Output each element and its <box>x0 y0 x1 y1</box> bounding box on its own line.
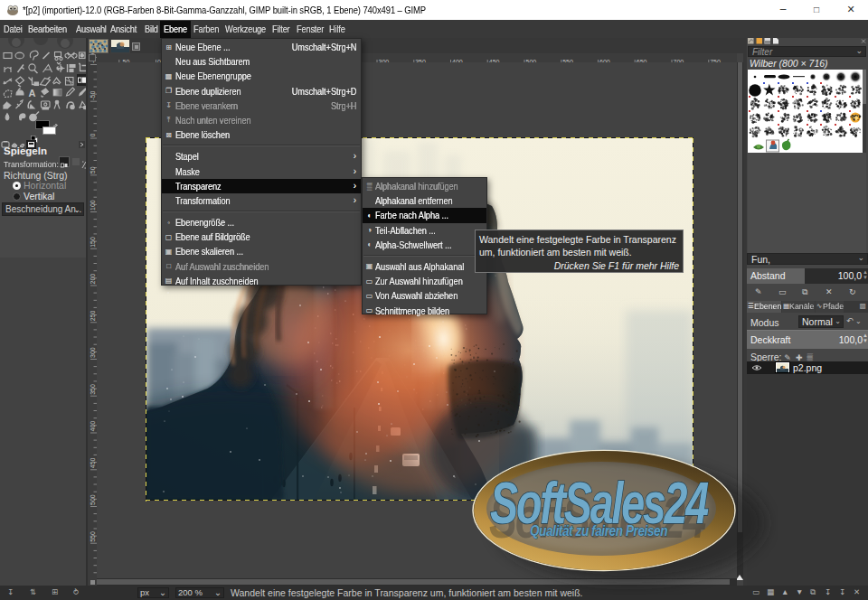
svg-text:-50: -50 <box>90 91 96 100</box>
svg-text:Qualität zu fairen Preisen: Qualität zu fairen Preisen <box>530 522 667 539</box>
svg-text:350: 350 <box>90 384 96 395</box>
svg-text:550: 550 <box>90 531 96 542</box>
svg-text:200: 200 <box>90 274 96 285</box>
svg-text:250: 250 <box>90 310 96 321</box>
svg-text:400: 400 <box>90 421 96 432</box>
svg-text:450: 450 <box>90 457 96 468</box>
svg-text:150: 150 <box>90 237 96 248</box>
svg-text:A: A <box>29 88 36 98</box>
svg-text:100: 100 <box>90 200 96 211</box>
svg-text:50: 50 <box>90 166 96 173</box>
svg-text:0: 0 <box>90 134 96 137</box>
svg-text:300: 300 <box>90 347 96 358</box>
svg-text:500: 500 <box>90 494 96 505</box>
